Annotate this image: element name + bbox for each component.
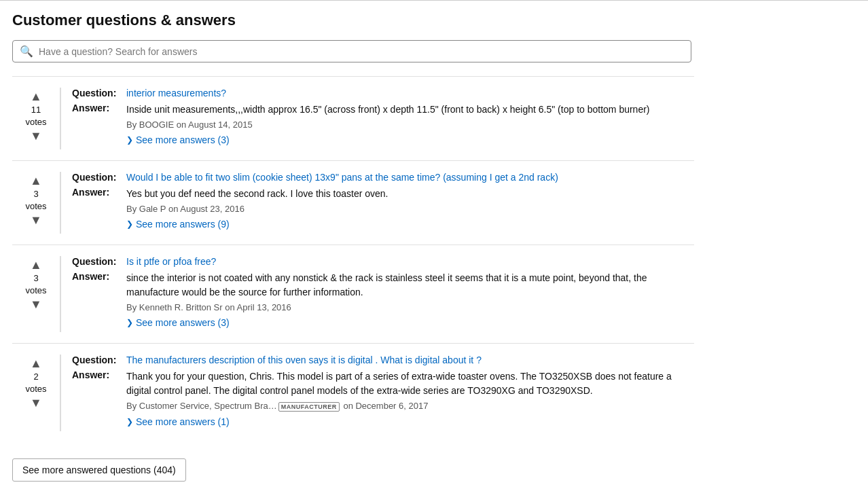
question-link[interactable]: The manufacturers description of this ov… bbox=[126, 355, 482, 365]
see-more-questions-button[interactable]: See more answered questions (404) bbox=[12, 458, 186, 482]
question-link[interactable]: interior measurements? bbox=[126, 88, 226, 98]
answer-content: Yes but you def need the second rack. I … bbox=[126, 187, 388, 230]
qa-item: ▲2votes▼Question:The manufacturers descr… bbox=[12, 343, 694, 442]
qa-content: Question:The manufacturers description o… bbox=[60, 355, 694, 431]
vote-col: ▲3votes▼ bbox=[12, 256, 60, 332]
qa-content: Question:Is it ptfe or pfoa free?Answer:… bbox=[60, 256, 694, 332]
qa-list: ▲11votes▼Question:interior measurements?… bbox=[12, 76, 694, 442]
vote-col: ▲3votes▼ bbox=[12, 172, 60, 234]
vote-down-button[interactable]: ▼ bbox=[30, 298, 42, 310]
question-row: Question:The manufacturers description o… bbox=[72, 355, 694, 365]
vote-up-button[interactable]: ▲ bbox=[30, 259, 42, 271]
vote-count: 2votes bbox=[25, 371, 46, 395]
vote-down-button[interactable]: ▼ bbox=[30, 397, 42, 409]
qa-item: ▲11votes▼Question:interior measurements?… bbox=[12, 76, 694, 160]
vote-count: 3votes bbox=[25, 272, 46, 297]
vote-down-button[interactable]: ▼ bbox=[30, 214, 42, 226]
vote-col: ▲2votes▼ bbox=[12, 355, 60, 431]
vote-down-button[interactable]: ▼ bbox=[30, 130, 42, 142]
answer-row: Answer:Thank you for your question, Chri… bbox=[72, 369, 694, 427]
answer-text: Thank you for your question, Chris. This… bbox=[126, 369, 694, 398]
manufacturer-badge: MANUFACTURER bbox=[278, 402, 340, 412]
answer-text: Yes but you def need the second rack. I … bbox=[126, 187, 388, 201]
answer-content: Thank you for your question, Chris. This… bbox=[126, 369, 694, 427]
question-row: Question:Is it ptfe or pfoa free? bbox=[72, 256, 694, 267]
see-more-answers-link[interactable]: ❯ See more answers (9) bbox=[126, 219, 230, 230]
qa-item: ▲3votes▼Question:Would I be able to fit … bbox=[12, 160, 694, 244]
search-bar: 🔍 bbox=[12, 40, 691, 62]
chevron-icon: ❯ bbox=[126, 135, 133, 145]
answer-byline: By Customer Service, Spectrum Bra…MANUFA… bbox=[126, 401, 694, 412]
see-more-answers-link[interactable]: ❯ See more answers (1) bbox=[126, 416, 230, 427]
qa-content: Question:interior measurements?Answer:In… bbox=[60, 88, 694, 149]
vote-up-button[interactable]: ▲ bbox=[30, 357, 42, 369]
question-label: Question: bbox=[72, 355, 126, 365]
answer-label: Answer: bbox=[72, 187, 126, 198]
vote-up-button[interactable]: ▲ bbox=[30, 175, 42, 187]
question-label: Question: bbox=[72, 172, 126, 183]
question-row: Question:Would I be able to fit two slim… bbox=[72, 172, 694, 183]
answer-byline: By Gale P on August 23, 2016 bbox=[126, 204, 388, 214]
vote-count: 11votes bbox=[25, 104, 46, 128]
vote-up-button[interactable]: ▲ bbox=[30, 90, 42, 103]
search-icon: 🔍 bbox=[20, 45, 33, 58]
chevron-icon: ❯ bbox=[126, 417, 133, 427]
chevron-icon: ❯ bbox=[126, 219, 133, 229]
answer-byline: By BOOGIE on August 14, 2015 bbox=[126, 120, 650, 130]
qa-item: ▲3votes▼Question:Is it ptfe or pfoa free… bbox=[12, 244, 694, 343]
answer-label: Answer: bbox=[72, 271, 126, 282]
qa-content: Question:Would I be able to fit two slim… bbox=[60, 172, 694, 234]
answer-text: Inside unit measurements,,,width approx … bbox=[126, 103, 650, 117]
question-link[interactable]: Would I be able to fit two slim (cookie … bbox=[126, 172, 558, 183]
search-input[interactable] bbox=[39, 46, 684, 57]
answer-label: Answer: bbox=[72, 369, 126, 380]
answer-row: Answer:since the interior is not coated … bbox=[72, 271, 694, 328]
question-label: Question: bbox=[72, 256, 126, 267]
answer-content: since the interior is not coated with an… bbox=[126, 271, 694, 328]
vote-count: 3votes bbox=[25, 188, 46, 213]
page-title: Customer questions & answers bbox=[12, 12, 694, 29]
see-more-answers-link[interactable]: ❯ See more answers (3) bbox=[126, 134, 230, 145]
question-link[interactable]: Is it ptfe or pfoa free? bbox=[126, 256, 216, 267]
answer-row: Answer:Inside unit measurements,,,width … bbox=[72, 103, 694, 145]
question-label: Question: bbox=[72, 88, 126, 98]
answer-label: Answer: bbox=[72, 103, 126, 113]
vote-col: ▲11votes▼ bbox=[12, 88, 60, 149]
question-row: Question:interior measurements? bbox=[72, 88, 694, 98]
answer-content: Inside unit measurements,,,width approx … bbox=[126, 103, 650, 145]
answer-byline: By Kenneth R. Britton Sr on April 13, 20… bbox=[126, 302, 694, 312]
see-more-answers-link[interactable]: ❯ See more answers (3) bbox=[126, 317, 230, 328]
answer-row: Answer:Yes but you def need the second r… bbox=[72, 187, 694, 230]
answer-text: since the interior is not coated with an… bbox=[126, 271, 694, 300]
chevron-icon: ❯ bbox=[126, 318, 133, 327]
